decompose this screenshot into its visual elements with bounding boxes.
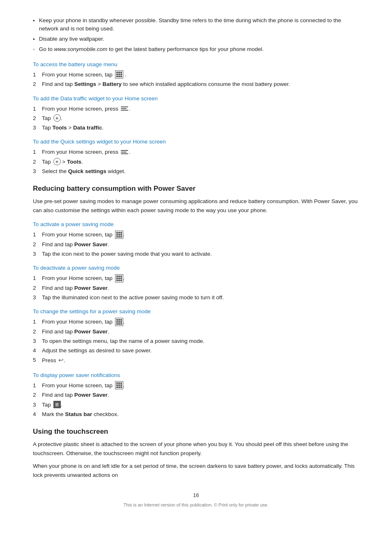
- bullet-text-2: Disable any live wallpaper.: [39, 35, 104, 43]
- step-num: 4: [33, 410, 42, 419]
- bullet-item-3: Go to www.sonymobile.com to get the late…: [33, 45, 359, 54]
- footer-text: This is an Internet version of this publ…: [33, 502, 359, 507]
- step-num: 1: [33, 71, 42, 79]
- step-content: Mark the Status bar checkbox.: [42, 410, 359, 419]
- italic-url: www.sonymobile.com: [54, 46, 108, 52]
- bullet-text-1: Keep your phone in standby whenever poss…: [39, 16, 359, 33]
- step-content: Adjust the settings as desired to save p…: [42, 347, 359, 355]
- section-data-traffic-heading: To add the Data traffic widget to your H…: [33, 95, 359, 102]
- bullet-item-1: Keep your phone in standby whenever poss…: [33, 16, 359, 33]
- step-3-2: 2 Tap + > Tools.: [33, 158, 359, 166]
- step-1-2: 2 Find and tap Settings > Battery to see…: [33, 80, 359, 88]
- section-deactivate-power-saving: To deactivate a power saving mode 1 From…: [33, 265, 359, 302]
- step-num: 2: [33, 80, 42, 88]
- step-content: Find and tap Power Saver.: [42, 284, 359, 292]
- step-content: From your Home screen, press .: [42, 105, 359, 113]
- main-section-desc: Use pre-set power saving modes to manage…: [33, 197, 359, 215]
- step-num: 3: [33, 124, 42, 132]
- step-content: Tap Tools > Data traffic.: [42, 124, 359, 132]
- step-num: 1: [33, 382, 42, 390]
- step-2-3: 3 Tap Tools > Data traffic.: [33, 124, 359, 132]
- battery-usage-steps: 1 From your Home screen, tap . 2 Find an…: [33, 71, 359, 89]
- step-5-2: 2 Find and tap Power Saver.: [33, 284, 359, 292]
- step-content: From your Home screen, tap .: [42, 274, 359, 282]
- step-num: 1: [33, 105, 42, 113]
- step-content: From your Home screen, tap .: [42, 231, 359, 239]
- step-5-1: 1 From your Home screen, tap .: [33, 274, 359, 282]
- step-content: From your Home screen, press .: [42, 148, 359, 156]
- step-content: From your Home screen, tap .: [42, 71, 359, 79]
- menu-icon: [121, 149, 129, 155]
- deactivate-steps: 1 From your Home screen, tap . 2 Find an…: [33, 274, 359, 302]
- step-num: 1: [33, 274, 42, 282]
- section-deactivate-heading: To deactivate a power saving mode: [33, 265, 359, 271]
- step-content: Tap + > Tools.: [42, 158, 359, 166]
- step-content: Tap +.: [42, 114, 359, 123]
- section-change-settings-heading: To change the settings for a power savin…: [33, 308, 359, 314]
- step-content: From your Home screen, tap .: [42, 382, 359, 390]
- section-change-settings: To change the settings for a power savin…: [33, 308, 359, 365]
- main-section-title: Reducing battery consumption with Power …: [33, 185, 359, 193]
- step-5-3: 3 Tap the illuminated icon next to the a…: [33, 294, 359, 302]
- section-quick-settings-heading: To add the Quick settings widget to your…: [33, 139, 359, 145]
- notif-icon: ☰: [53, 401, 61, 408]
- step-num: 3: [33, 250, 42, 258]
- step-num: 2: [33, 114, 42, 123]
- grid-icon: [115, 70, 123, 79]
- bullet-text-3: Go to www.sonymobile.com to get the late…: [39, 45, 264, 53]
- step-7-3: 3 Tap ☰.: [33, 401, 359, 409]
- step-num: 3: [33, 401, 42, 409]
- step-num: 3: [33, 337, 42, 345]
- step-1-1: 1 From your Home screen, tap .: [33, 71, 359, 79]
- bullet-item-2: Disable any live wallpaper.: [33, 35, 359, 44]
- touchscreen-desc2: When your phone is on and left idle for …: [33, 462, 359, 479]
- step-6-3: 3 To open the settings menu, tap the nam…: [33, 337, 359, 345]
- step-3-3: 3 Select the Quick settings widget.: [33, 167, 359, 176]
- step-7-2: 2 Find and tap Power Saver.: [33, 391, 359, 399]
- section-activate-power-saving: To activate a power saving mode 1 From y…: [33, 221, 359, 258]
- intro-bullet-list: Keep your phone in standby whenever poss…: [33, 16, 359, 54]
- step-num: 1: [33, 318, 42, 326]
- section-display-notifications: To display power saver notifications 1 F…: [33, 372, 359, 419]
- step-6-1: 1 From your Home screen, tap .: [33, 318, 359, 326]
- step-content: Find and tap Power Saver.: [42, 391, 359, 399]
- main-section-power-saver: Reducing battery consumption with Power …: [33, 185, 359, 215]
- step-content: Tap the illuminated icon next to the act…: [42, 294, 359, 302]
- step-2-1: 1 From your Home screen, press .: [33, 105, 359, 113]
- touchscreen-desc1: A protective plastic sheet is attached t…: [33, 440, 359, 458]
- back-icon: ↩: [58, 356, 64, 365]
- step-num: 2: [33, 158, 42, 166]
- quick-settings-steps: 1 From your Home screen, press . 2 Tap +…: [33, 148, 359, 176]
- step-content: Find and tap Power Saver.: [42, 328, 359, 336]
- section-activate-heading: To activate a power saving mode: [33, 221, 359, 227]
- touchscreen-title: Using the touchscreen: [33, 428, 359, 436]
- step-4-1: 1 From your Home screen, tap .: [33, 231, 359, 239]
- step-num: 3: [33, 167, 42, 176]
- plus-circle-icon: +: [53, 158, 61, 165]
- step-content: Find and tap Settings > Battery to see w…: [42, 80, 359, 88]
- step-content: Press ↩.: [42, 356, 359, 365]
- section-battery-usage: To access the battery usage menu 1 From …: [33, 61, 359, 89]
- plus-circle-icon: +: [53, 114, 61, 122]
- step-content: Tap ☰.: [42, 401, 359, 409]
- step-3-1: 1 From your Home screen, press .: [33, 148, 359, 156]
- page: Keep your phone in standby whenever poss…: [0, 0, 392, 555]
- data-traffic-steps: 1 From your Home screen, press . 2 Tap +…: [33, 105, 359, 132]
- grid-icon: [115, 318, 123, 326]
- step-6-4: 4 Adjust the settings as desired to save…: [33, 347, 359, 355]
- section-battery-usage-heading: To access the battery usage menu: [33, 61, 359, 67]
- step-num: 2: [33, 328, 42, 336]
- activate-steps: 1 From your Home screen, tap . 2 Find an…: [33, 231, 359, 258]
- step-content: From your Home screen, tap .: [42, 318, 359, 326]
- step-num: 4: [33, 347, 42, 355]
- step-4-3: 3 Tap the icon next to the power saving …: [33, 250, 359, 258]
- step-content: Select the Quick settings widget.: [42, 167, 359, 176]
- step-num: 2: [33, 240, 42, 249]
- menu-icon: [121, 105, 129, 112]
- section-data-traffic: To add the Data traffic widget to your H…: [33, 95, 359, 132]
- step-content: To open the settings menu, tap the name …: [42, 337, 359, 345]
- step-6-2: 2 Find and tap Power Saver.: [33, 328, 359, 336]
- step-6-5: 5 Press ↩.: [33, 356, 359, 365]
- step-num: 5: [33, 356, 42, 364]
- step-7-1: 1 From your Home screen, tap .: [33, 382, 359, 390]
